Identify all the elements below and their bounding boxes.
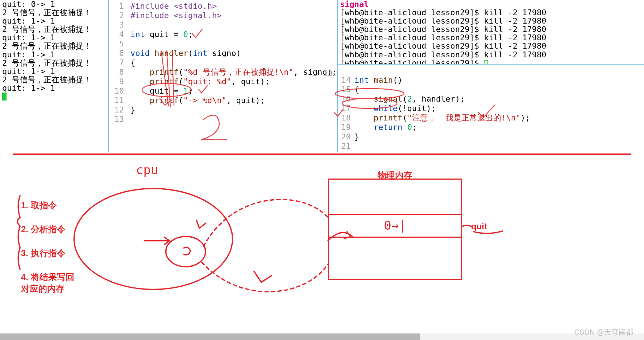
memory-label: 物理内存 (378, 169, 412, 181)
memory-cell: 0→| (329, 214, 461, 238)
cursor-icon (484, 60, 488, 65)
quit-label: quit (471, 221, 487, 232)
source[interactable]: int main() { signal(2, handler); while(!… (354, 66, 644, 151)
step-2: 2. 分析指令 (21, 224, 83, 235)
cpu-label: cpu (136, 163, 158, 177)
output-line: quit: 1-> 1 (2, 33, 105, 42)
svg-point-0 (74, 188, 232, 289)
code-editor-handler[interactable]: 12 34 56 78 910 1112 13 #include <stdio.… (109, 0, 337, 152)
code-editor-main[interactable]: 14 15 16 17 18 19 20 21 int main() { sig… (338, 65, 644, 151)
memory-box: 物理内存 0→| (328, 179, 462, 280)
signal-title: signal (340, 0, 642, 8)
output-line: 2 号信号，正在被捕捉！ (2, 25, 105, 33)
shell-line: [whb@bite-alicloud lesson29]$ kill -2 17… (340, 25, 642, 33)
step-1: 1. 取指令 (21, 200, 83, 211)
svg-point-1 (166, 237, 205, 267)
scrollbar-thumb[interactable] (0, 333, 420, 340)
shell-line: [whb@bite-alicloud lesson29]$ kill -2 17… (340, 33, 642, 42)
terminal-output-left: quit: 0-> 1 2 号信号，正在被捕捉！ quit: 1-> 1 2 号… (0, 0, 109, 152)
horizontal-scrollbar[interactable] (0, 333, 644, 340)
output-line: 2 号信号，正在被捕捉！ (2, 42, 105, 50)
source[interactable]: #include <stdio.h> #include <signal.h> i… (130, 1, 337, 152)
output-line: quit: 0-> 1 (2, 0, 105, 8)
shell-line: [whb@bite-alicloud lesson29]$ kill -2 17… (340, 42, 642, 50)
terminal-cursor (2, 92, 105, 101)
divider (13, 153, 631, 155)
shell-line: [whb@bite-alicloud lesson29]$ kill -2 17… (340, 50, 642, 59)
shell-line: [whb@bite-alicloud lesson29]$ kill -2 17… (340, 17, 642, 25)
output-line: 2 号信号，正在被捕捉！ (2, 59, 105, 67)
shell-line: [whb@bite-alicloud lesson29]$ (340, 59, 642, 65)
terminal-right[interactable]: signal [whb@bite-alicloud lesson29]$ kil… (338, 0, 644, 65)
step-3: 3. 执行指令 (21, 247, 83, 259)
output-line: quit: 1-> 1 (2, 50, 105, 59)
step-4: 4. 将结果写回对应的内存 (21, 271, 83, 295)
whiteboard: cpu 1. 取指令 2. 分析指令 3. 执行指令 4. 将结果写回对应的内存… (0, 156, 644, 329)
step-list: 1. 取指令 2. 分析指令 3. 执行指令 4. 将结果写回对应的内存 (21, 200, 83, 307)
memory-value: 0→| (384, 218, 406, 233)
output-line: quit: 1-> 1 (2, 17, 105, 25)
shell-line: [whb@bite-alicloud lesson29]$ kill -2 17… (340, 8, 642, 17)
gutter: 12 34 56 78 910 1112 13 (109, 1, 130, 152)
output-line: 2 号信号，正在被捕捉！ (2, 8, 105, 17)
output-line: quit: 1-> 1 (2, 67, 105, 75)
watermark: CSDN @天穹南都 (574, 327, 633, 337)
output-line: quit: 1-> 1 (2, 84, 105, 92)
output-line: 2 号信号，正在被捕捉！ (2, 75, 105, 84)
whiteboard-ink (0, 156, 644, 329)
stray-lineno: 13 (323, 69, 333, 78)
gutter: 14 15 16 17 18 19 20 21 (338, 66, 354, 151)
